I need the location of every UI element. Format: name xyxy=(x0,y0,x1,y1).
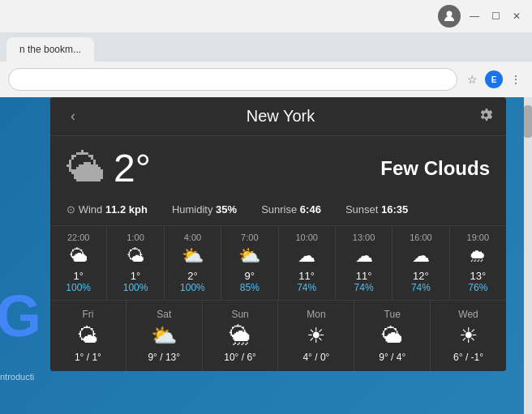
hourly-percent: 74% xyxy=(396,282,445,293)
hourly-temp: 9° xyxy=(225,270,274,282)
url-input[interactable] xyxy=(8,68,457,91)
wind-detail: ⊙ Wind 11.2 kph xyxy=(66,203,148,216)
hourly-temp: 13° xyxy=(453,270,503,282)
daily-temps: 9° / 4° xyxy=(358,352,427,363)
daily-cell: Tue 🌥 9° / 4° xyxy=(354,301,431,371)
daily-cell: Wed ☀ 6° / -1° xyxy=(431,301,506,371)
hourly-cell: 19:00 🌧 13° 76% xyxy=(450,226,506,300)
svg-point-0 xyxy=(447,11,453,17)
daily-cell: Mon ☀ 4° / 0° xyxy=(278,301,354,371)
current-weather: 🌥 2° Few Clouds xyxy=(50,136,506,200)
hourly-time: 22:00 xyxy=(54,233,103,242)
widget-header: ‹ New York xyxy=(50,97,506,136)
hourly-time: 10:00 xyxy=(282,233,332,242)
sunset-label: Sunset xyxy=(345,203,378,216)
sunrise-value: 6:46 xyxy=(300,203,321,216)
hourly-percent: 100% xyxy=(54,282,103,293)
daily-row: Fri 🌤 1° / 1° Sat ⛅ 9° / 13° Sun 🌦 10° /… xyxy=(50,301,506,371)
sunrise-label: Sunrise xyxy=(261,203,297,216)
hourly-percent: 85% xyxy=(225,282,274,293)
hourly-percent: 74% xyxy=(339,282,388,293)
browser-chrome: — ☐ ✕ n the bookm... ☆ E ⋮ xyxy=(0,0,532,97)
hourly-temp: 11° xyxy=(339,270,388,282)
daily-cell: Fri 🌤 1° / 1° xyxy=(50,301,127,371)
title-bar: — ☐ ✕ xyxy=(0,0,532,32)
hourly-cell: 16:00 ☁ 12° 74% xyxy=(393,226,449,300)
hourly-time: 16:00 xyxy=(396,233,445,242)
daily-temps: 6° / -1° xyxy=(434,352,503,363)
hourly-time: 19:00 xyxy=(453,233,503,242)
maximize-button[interactable]: ☐ xyxy=(488,9,503,23)
hourly-icon: ☁ xyxy=(339,245,388,267)
menu-icon[interactable]: ⋮ xyxy=(508,71,524,87)
hourly-section: 22:00 🌥 1° 100% 1:00 🌤 1° 100% 4:00 ⛅ 2°… xyxy=(50,225,506,300)
hourly-icon: ☁ xyxy=(282,245,332,267)
hourly-row: 22:00 🌥 1° 100% 1:00 🌤 1° 100% 4:00 ⛅ 2°… xyxy=(50,226,506,300)
settings-button[interactable] xyxy=(478,108,493,126)
hourly-cell: 22:00 🌥 1° 100% xyxy=(50,226,107,300)
hourly-icon: 🌧 xyxy=(453,245,503,267)
close-button[interactable]: ✕ xyxy=(509,9,524,23)
hourly-percent: 76% xyxy=(453,282,503,293)
hourly-temp: 12° xyxy=(396,270,445,282)
daily-temps: 9° / 13° xyxy=(130,352,199,363)
daily-day: Wed xyxy=(434,309,503,320)
minimize-button[interactable]: — xyxy=(467,9,482,23)
daily-cell: Sun 🌦 10° / 6° xyxy=(203,301,279,371)
hourly-time: 1:00 xyxy=(110,233,160,242)
hourly-temp: 2° xyxy=(168,270,217,282)
hourly-icon: 🌤 xyxy=(110,245,160,267)
daily-section: Fri 🌤 1° / 1° Sat ⛅ 9° / 13° Sun 🌦 10° /… xyxy=(50,300,506,371)
scrollbar[interactable] xyxy=(524,97,532,414)
humidity-label: Humidity xyxy=(172,203,213,216)
desktop-area: ‹ New York 🌥 2° Few Clouds ⊙ Wind xyxy=(0,97,532,414)
current-weather-left: 🌥 2° xyxy=(66,146,151,190)
city-title: New York xyxy=(83,107,478,126)
hourly-temp: 11° xyxy=(282,270,332,282)
daily-icon: 🌦 xyxy=(206,323,275,348)
hourly-icon: ☁ xyxy=(396,245,445,267)
scrollbar-thumb[interactable] xyxy=(524,105,532,138)
current-weather-icon: 🌥 xyxy=(66,146,105,190)
hourly-time: 4:00 xyxy=(168,233,217,242)
google-logo-partial: G xyxy=(0,284,49,349)
hourly-icon: ⛅ xyxy=(168,245,217,267)
hourly-percent: 74% xyxy=(282,282,332,293)
daily-icon: ☀ xyxy=(434,323,503,348)
daily-day: Tue xyxy=(358,309,427,320)
daily-icon: 🌥 xyxy=(358,323,427,348)
extensions-icon[interactable]: E xyxy=(485,70,503,88)
sunset-value: 16:35 xyxy=(381,203,408,216)
hourly-time: 13:00 xyxy=(339,233,388,242)
bookmark-star-icon[interactable]: ☆ xyxy=(464,71,480,87)
current-temperature: 2° xyxy=(114,146,151,190)
current-condition: Few Clouds xyxy=(380,157,490,180)
wind-value: 11.2 kph xyxy=(105,203,148,216)
weather-widget: ‹ New York 🌥 2° Few Clouds ⊙ Wind xyxy=(50,97,506,371)
hourly-icon: ⛅ xyxy=(225,245,274,267)
wind-label: Wind xyxy=(79,203,103,216)
daily-temps: 4° / 0° xyxy=(281,352,350,363)
hourly-cell: 13:00 ☁ 11° 74% xyxy=(336,226,393,300)
toolbar-icons: ☆ E ⋮ xyxy=(464,70,524,88)
profile-avatar[interactable] xyxy=(438,5,461,28)
browser-tab[interactable]: n the bookm... xyxy=(6,37,94,62)
hourly-cell: 1:00 🌤 1° 100% xyxy=(107,226,164,300)
hourly-temp: 1° xyxy=(110,270,160,282)
hourly-percent: 100% xyxy=(168,282,217,293)
daily-day: Sun xyxy=(206,309,275,320)
daily-icon: ☀ xyxy=(281,323,350,348)
hourly-temp: 1° xyxy=(54,270,103,282)
hourly-cell: 10:00 ☁ 11° 74% xyxy=(279,226,336,300)
daily-cell: Sat ⛅ 9° / 13° xyxy=(127,301,203,371)
sunrise-detail: Sunrise 6:46 xyxy=(261,203,321,216)
humidity-value: 35% xyxy=(216,203,237,216)
tab-bar: n the bookm... xyxy=(0,32,532,62)
daily-icon: ⛅ xyxy=(130,323,199,348)
daily-day: Sat xyxy=(130,309,199,320)
daily-icon: 🌤 xyxy=(54,323,122,348)
back-button[interactable]: ‹ xyxy=(63,108,83,125)
hourly-icon: 🌥 xyxy=(54,245,103,267)
hourly-percent: 100% xyxy=(110,282,160,293)
hourly-cell: 4:00 ⛅ 2° 100% xyxy=(165,226,221,300)
